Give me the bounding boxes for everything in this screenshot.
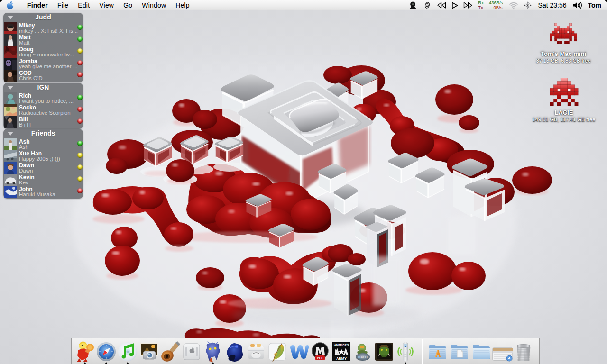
svg-text:AMERICA'S: AMERICA'S <box>334 344 349 346</box>
svg-text:ARMY: ARMY <box>336 356 347 361</box>
svg-text:HALO: HALO <box>358 355 368 359</box>
svg-text:PLE: PLE <box>317 356 323 360</box>
